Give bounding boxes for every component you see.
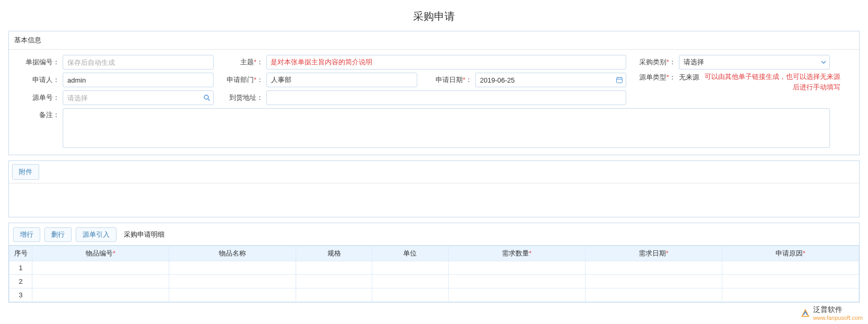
cell[interactable]: [372, 288, 448, 302]
cell[interactable]: [585, 261, 722, 275]
row-index: 1: [9, 261, 32, 275]
cell[interactable]: [722, 261, 859, 275]
apply-date-input[interactable]: [475, 73, 626, 87]
src-type-annotation: 可以由其他单子链接生成，也可以选择无来源后进行手动填写: [705, 72, 840, 92]
col-6: 需求日期*: [585, 246, 722, 261]
addr-input[interactable]: [266, 90, 626, 105]
cell[interactable]: [296, 261, 372, 275]
cell[interactable]: [372, 275, 448, 288]
del-row-button[interactable]: 删行: [44, 227, 72, 242]
cell[interactable]: [448, 275, 585, 288]
subject-annotation: 是对本张单据主旨内容的简介说明: [271, 57, 372, 67]
table-row[interactable]: 2: [9, 275, 859, 288]
apply-date-row: 申请日期*：: [428, 73, 626, 87]
cell[interactable]: [448, 261, 585, 275]
col-5: 需求数量*: [448, 246, 585, 261]
watermark-brand: 泛普软件: [813, 305, 863, 308]
cell[interactable]: [296, 275, 372, 288]
applicant-label: 申请人：: [15, 75, 60, 85]
remark-label: 备注：: [15, 108, 60, 120]
col-3: 规格: [296, 246, 372, 261]
attachment-panel: 附件: [8, 160, 860, 217]
applicant-row: 申请人：: [15, 73, 214, 87]
doc-no-input[interactable]: [63, 55, 214, 70]
col-0: 序号: [9, 246, 32, 261]
cell[interactable]: [722, 288, 859, 302]
row-index: 3: [9, 288, 32, 302]
page-title: 采购申请: [0, 0, 868, 31]
subject-label: 主题*：: [219, 57, 263, 67]
row-index: 2: [9, 275, 32, 288]
col-4: 单位: [372, 246, 448, 261]
dept-label: 申请部门*：: [219, 75, 263, 85]
src-type-value[interactable]: 无来源: [679, 73, 699, 81]
src-no-input[interactable]: [63, 90, 214, 105]
category-row: 采购类别*：: [631, 55, 830, 70]
import-source-button[interactable]: 源单引入: [76, 227, 116, 242]
col-1: 物品编号*: [32, 246, 169, 261]
category-select[interactable]: [679, 55, 830, 70]
detail-title: 采购申请明细: [124, 230, 165, 239]
col-2: 物品名称: [169, 246, 296, 261]
table-row[interactable]: 1: [9, 261, 859, 275]
remark-input[interactable]: [63, 108, 830, 148]
cell[interactable]: [722, 275, 859, 288]
addr-label: 到货地址：: [219, 93, 263, 102]
dept-row: 申请部门*：: [219, 73, 417, 87]
cell[interactable]: [169, 288, 296, 302]
cell[interactable]: [32, 261, 169, 275]
src-type-row: 源单类型*： 无来源 可以由其他单子链接生成，也可以选择无来源后进行手动填写: [631, 73, 830, 82]
cell[interactable]: [585, 288, 722, 302]
add-row-button[interactable]: 增行: [13, 227, 40, 242]
table-row[interactable]: 3: [9, 288, 859, 302]
doc-no-label: 单据编号：: [15, 57, 60, 67]
category-label: 采购类别*：: [631, 57, 676, 67]
watermark: 泛普软件 www.fanpusoft.com: [801, 305, 863, 308]
dept-input[interactable]: [266, 73, 417, 87]
basic-info-panel: 基本信息 单据编号： 主题*： 是对本张单据主旨内容的简介说明 采购类别*：: [8, 31, 860, 155]
cell[interactable]: [169, 275, 296, 288]
subject-row: 主题*： 是对本张单据主旨内容的简介说明: [219, 55, 626, 70]
src-no-label: 源单号：: [15, 93, 60, 102]
attachment-tab[interactable]: 附件: [12, 164, 39, 180]
cell[interactable]: [32, 288, 169, 302]
cell[interactable]: [32, 275, 169, 288]
basic-info-title: 基本信息: [9, 31, 859, 50]
src-no-row: 源单号：: [15, 90, 214, 105]
cell[interactable]: [372, 261, 448, 275]
applicant-input[interactable]: [63, 73, 214, 87]
apply-date-label: 申请日期*：: [428, 75, 472, 85]
col-7: 申请原因*: [722, 246, 859, 261]
cell[interactable]: [585, 275, 722, 288]
doc-no-row: 单据编号：: [15, 55, 214, 70]
cell[interactable]: [296, 288, 372, 302]
src-type-label: 源单类型*：: [631, 73, 676, 82]
detail-panel: 增行 删行 源单引入 采购申请明细 序号物品编号*物品名称规格单位需求数量*需求…: [8, 223, 860, 303]
attachment-body[interactable]: [9, 183, 859, 217]
cell[interactable]: [448, 288, 585, 302]
detail-table: 序号物品编号*物品名称规格单位需求数量*需求日期*申请原因* 123: [9, 246, 859, 302]
addr-row: 到货地址：: [219, 90, 626, 105]
cell[interactable]: [169, 261, 296, 275]
